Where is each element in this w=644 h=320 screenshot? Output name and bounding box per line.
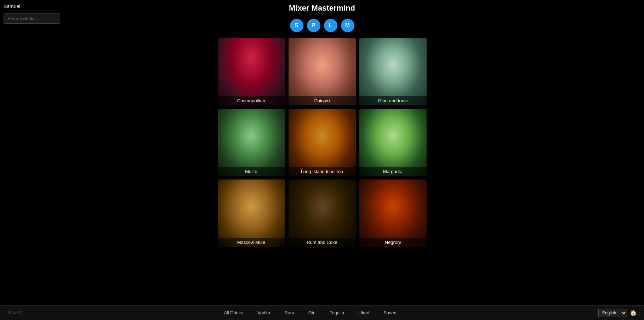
bottom-nav-vodka[interactable]: Vodka — [257, 310, 270, 315]
bottom-nav-liked[interactable]: Liked — [358, 310, 369, 315]
bottom-nav-saved[interactable]: Saved — [383, 310, 397, 315]
drink-card-daiquiri[interactable]: Daiquiri — [289, 38, 356, 105]
app-title: Mixer Mastermind — [0, 4, 644, 13]
drink-label-margarita: Margarita — [359, 167, 427, 176]
header: Samuel Mixer Mastermind — [0, 0, 644, 15]
avatar-l[interactable]: L — [324, 19, 337, 32]
bottom-nav-rum[interactable]: Rum — [284, 310, 294, 315]
drink-label-gine-tonic: Gine and tonic — [359, 96, 427, 105]
search-box[interactable] — [4, 13, 60, 24]
drink-label-rum-cola: Rum and Coke — [289, 238, 356, 247]
user-name: Samuel — [4, 4, 20, 9]
drink-card-cosmopolitan[interactable]: Cosmopolitan — [218, 38, 285, 105]
drinks-grid: CosmopolitanDaiquiriGine and tonicMojito… — [0, 38, 644, 268]
bottom-nav: All DrinksVodkaRumGinTequilaLikedSaved — [224, 310, 397, 315]
drink-label-moscow-mule: Moscow Mule — [218, 238, 285, 247]
drink-label-negroni: Negroni — [359, 238, 427, 247]
avatar-p[interactable]: P — [307, 19, 320, 32]
drink-card-margarita[interactable]: Margarita — [359, 109, 427, 176]
bottom-nav-all-drinks[interactable]: All Drinks — [224, 310, 243, 315]
language-select[interactable]: English Español Français — [598, 309, 627, 317]
drink-card-moscow-mule[interactable]: Moscow Mule — [218, 179, 285, 247]
drink-card-mojito[interactable]: Mojito — [218, 109, 285, 176]
drink-card-gine-tonic[interactable]: Gine and tonic — [359, 38, 427, 105]
bottom-bar: 2024 SS All DrinksVodkaRumGinTequilaLike… — [0, 305, 644, 320]
drink-card-negroni[interactable]: Negroni — [359, 179, 427, 247]
bottom-nav-tequila[interactable]: Tequila — [330, 310, 344, 315]
avatar-m[interactable]: M — [341, 19, 354, 32]
search-input[interactable] — [4, 13, 60, 24]
home-icon[interactable]: 🏠 — [630, 309, 637, 316]
drink-label-mojito: Mojito — [218, 167, 285, 176]
bottom-nav-gin[interactable]: Gin — [308, 310, 315, 315]
drink-label-long-island: Long Island Iced Tea — [289, 167, 356, 176]
avatar-s[interactable]: S — [290, 19, 303, 32]
drink-card-long-island[interactable]: Long Island Iced Tea — [289, 109, 356, 176]
copyright: 2024 SS — [7, 311, 22, 315]
drink-label-daiquiri: Daiquiri — [289, 96, 356, 105]
drink-label-cosmopolitan: Cosmopolitan — [218, 96, 285, 105]
avatar-row: S P L M — [0, 19, 644, 32]
drink-card-rum-cola[interactable]: Rum and Coke — [289, 179, 356, 247]
bottom-bar-right: English Español Français 🏠 — [598, 309, 637, 317]
